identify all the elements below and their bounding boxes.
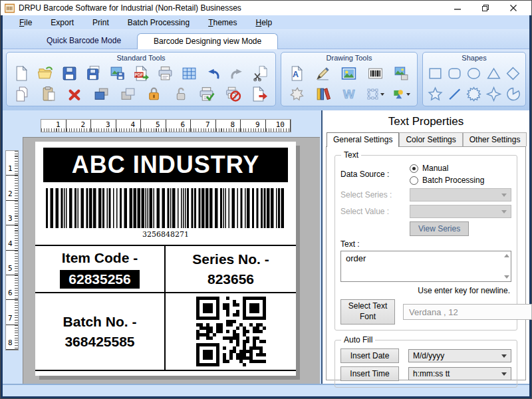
bring-to-front-icon[interactable] [92, 85, 110, 103]
menu-bar: FileExportPrintBatch ProcessingThemesHel… [3, 15, 529, 30]
svg-text:PDF: PDF [134, 72, 143, 77]
tab-quick-barcode-mode[interactable]: Quick Barcode Mode [31, 33, 137, 49]
font-value-field [403, 304, 532, 320]
library-tool-icon[interactable] [314, 85, 332, 103]
ruler-unit: 6 [6, 275, 18, 300]
line-shape-icon[interactable] [446, 85, 464, 103]
export-pdf-icon[interactable]: PDF [132, 65, 150, 82]
pencil-tool-icon[interactable] [314, 65, 332, 82]
minimize-button[interactable] [452, 3, 464, 13]
label-table: Item Code - 62835256 Series No. - 823656… [35, 245, 296, 371]
time-format-dropdown[interactable]: h:mm:ss tt [408, 367, 511, 380]
exit-document-icon[interactable] [251, 85, 269, 103]
ruler-unit: 8 [6, 325, 18, 350]
tab-other-settings[interactable]: Other Settings [463, 132, 527, 146]
scroll-down-icon[interactable] [504, 275, 509, 279]
unlock-icon[interactable] [172, 85, 190, 103]
toolbar-group-title: Drawing Tools [284, 53, 414, 63]
picture-frame-tool-icon[interactable] [392, 65, 410, 82]
pie-shape-icon[interactable] [504, 85, 522, 103]
ruler-unit: 2 [6, 176, 18, 200]
restore-button[interactable] [479, 3, 491, 13]
horizontal-ruler: 12345678910 [41, 119, 291, 132]
series-no-cell[interactable]: Series No. - 823656 [166, 246, 296, 293]
select-value-row: Select Value : [340, 205, 511, 218]
rounded-rectangle-shape-icon[interactable] [446, 65, 464, 82]
copy-icon[interactable] [13, 85, 31, 103]
watermark-tool-icon[interactable]: W [340, 85, 358, 103]
open-file-icon[interactable] [37, 65, 55, 82]
new-document-icon[interactable] [13, 65, 31, 82]
menu-item-themes[interactable]: Themes [200, 17, 245, 29]
toolbar-row [426, 63, 523, 84]
toolbar-group-drawing-tools: Drawing ToolsAW [281, 52, 418, 106]
manual-radio[interactable] [410, 164, 418, 173]
scroll-up-icon[interactable] [504, 254, 509, 257]
save-icon[interactable] [61, 65, 78, 82]
seal-shape-icon[interactable] [465, 85, 483, 103]
autofill-group-legend: Auto Fill [341, 335, 375, 344]
manual-radio-option[interactable]: Manual [410, 164, 484, 173]
tab-color-settings[interactable]: Color Settings [399, 132, 462, 146]
star-shape-icon[interactable] [426, 85, 444, 103]
redo-icon[interactable] [228, 65, 246, 82]
menu-item-help[interactable]: Help [247, 17, 281, 29]
ruler-ticks [41, 128, 66, 132]
send-to-back-icon[interactable] [119, 85, 137, 103]
item-code-cell[interactable]: Item Code - 62835256 [35, 246, 166, 293]
cut-icon[interactable] [252, 65, 270, 82]
cancel-print-icon[interactable] [224, 85, 242, 103]
batch-radio-option[interactable]: Batch Processing [410, 176, 484, 185]
print-preview-check-icon[interactable] [198, 85, 215, 103]
window-title: DRPU Barcode Software for Industrial (No… [19, 3, 241, 13]
close-button[interactable] [507, 3, 519, 13]
view-series-button[interactable]: View Series [410, 221, 469, 236]
menu-item-print[interactable]: Print [84, 17, 118, 29]
insert-time-button[interactable]: Insert Time [340, 366, 399, 381]
tab-barcode-designing-view-mode[interactable]: Barcode Designing view Mode [137, 33, 278, 49]
barcode-tool-icon[interactable] [366, 65, 384, 82]
toolbar-row [9, 84, 273, 104]
label-company-header[interactable]: ABC INDUSTRY [43, 148, 288, 182]
freeform-tool-icon[interactable] [288, 85, 306, 103]
save-image-icon[interactable] [108, 65, 126, 82]
tab-general-settings[interactable]: General Settings [327, 132, 399, 147]
menu-item-export[interactable]: Export [42, 17, 82, 29]
batch-no-cell[interactable]: Batch No. - 368425585 [35, 293, 166, 370]
ruler-ticks [15, 251, 18, 275]
design-canvas[interactable]: ABC INDUSTRY 3256848271 Item Code - 6283… [23, 137, 320, 384]
select-text-font-button[interactable]: Select Text Font [340, 299, 395, 325]
rectangle-shape-icon[interactable] [426, 65, 444, 82]
grid-icon[interactable] [180, 65, 198, 82]
ruler-unit: 8 [216, 120, 241, 132]
ellipse-shape-icon[interactable] [465, 65, 483, 82]
qr-code-cell[interactable] [166, 293, 296, 370]
barcode-label[interactable]: ABC INDUSTRY 3256848271 Item Code - 6283… [35, 142, 296, 376]
frame-tool-icon[interactable] [366, 85, 384, 103]
save-all-icon[interactable] [84, 65, 102, 82]
ruler-unit: 4 [6, 225, 18, 250]
batch-radio[interactable] [410, 176, 418, 185]
ruler-number: 8 [8, 338, 13, 347]
chevron-down-icon [380, 93, 384, 96]
text-tool-icon[interactable]: A [288, 65, 306, 82]
text-input[interactable]: order [340, 251, 511, 282]
font-row: Select Text Font [340, 299, 511, 325]
properties-tabs: General SettingsColor SettingsOther Sett… [323, 132, 529, 146]
undo-icon[interactable] [204, 65, 222, 82]
image-tool-icon[interactable] [340, 65, 358, 82]
lock-icon[interactable] [145, 85, 163, 103]
menu-item-file[interactable]: File [11, 17, 41, 29]
diamond-shape-icon[interactable] [504, 65, 522, 82]
clipart-tool-icon[interactable] [392, 85, 410, 103]
four-point-star-shape-icon[interactable] [485, 85, 503, 103]
barcode-object[interactable]: 3256848271 [45, 188, 287, 241]
triangle-shape-icon[interactable] [485, 65, 503, 82]
print-icon[interactable] [156, 65, 174, 82]
delete-icon[interactable] [66, 85, 84, 103]
ruler-ticks [66, 128, 91, 132]
paste-icon[interactable] [40, 85, 58, 103]
menu-item-batch-processing[interactable]: Batch Processing [119, 17, 198, 29]
insert-date-button[interactable]: Insert Date [340, 348, 399, 363]
date-format-dropdown[interactable]: M/d/yyyy [408, 349, 511, 362]
